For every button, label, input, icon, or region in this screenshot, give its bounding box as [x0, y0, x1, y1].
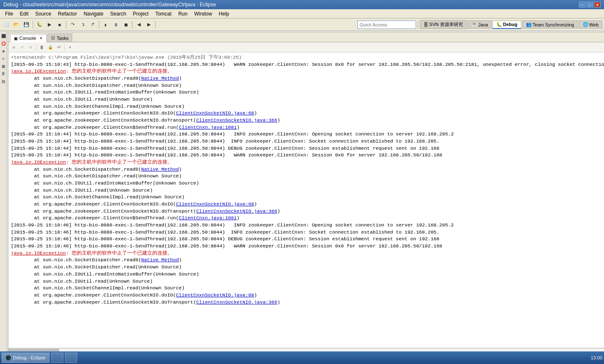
- taskbar-item-3[interactable]: [65, 353, 77, 363]
- toolbar-btn-run[interactable]: ▶: [45, 20, 54, 29]
- menu-navigate[interactable]: Navigate: [80, 10, 107, 18]
- console-new-view-btn[interactable]: +: [66, 44, 74, 51]
- toolbar-btn-forward[interactable]: ▶: [144, 20, 154, 29]
- sidebar-breakpoints-icon[interactable]: ⭕: [0, 40, 7, 47]
- toolbar-sep-1: [33, 21, 33, 29]
- console-line-2: java.io.IOException: 您的主机中的软件中止了一个已建立的连接…: [11, 68, 604, 75]
- perspective-java[interactable]: ☕ Java: [468, 21, 492, 29]
- console-line-12: [2015-09-25 15:10:44] http-bio-8080-exec…: [11, 138, 604, 145]
- link-doio-3[interactable]: ClientCnxnSocketNIO.java:68: [176, 292, 254, 298]
- menu-refactor[interactable]: Refactor: [55, 10, 80, 18]
- maximize-button[interactable]: □: [586, 2, 593, 8]
- link-native-3[interactable]: Native Method: [141, 257, 179, 263]
- console-tabs: ▣ Console ✕ ☑ Tasks: [8, 32, 604, 42]
- sidebar-registers-icon[interactable]: ▦: [0, 63, 7, 70]
- console-tab-close[interactable]: ✕: [39, 36, 43, 40]
- console-content[interactable]: <terminated> C:\Program Files\Java\jre7\…: [8, 52, 604, 348]
- console-word-wrap-btn[interactable]: ⏎: [55, 44, 62, 51]
- sidebar-memory-icon[interactable]: ▧: [0, 78, 7, 85]
- menu-help[interactable]: Help: [216, 10, 233, 18]
- menu-tomcat[interactable]: Tomcat: [152, 10, 175, 18]
- console-tb-sep-1: [36, 44, 36, 50]
- console-remove-all-btn[interactable]: ⊗: [27, 44, 34, 51]
- console-line-9: at org.apache.zookeeper.ClientCnxnSocket…: [11, 117, 604, 124]
- perspective-svn[interactable]: 🗄 SVN 资源库研究: [420, 20, 467, 29]
- console-tab-label: Console: [19, 36, 36, 41]
- exception-link-2[interactable]: java.io.IOException: [11, 159, 66, 165]
- console-remove-btn[interactable]: ✕: [18, 44, 26, 51]
- link-doio-1[interactable]: ClientCnxnSocketNIO.java:68: [176, 110, 254, 116]
- link-dotransport-3[interactable]: ClientCnxnSocketNIO.java:366: [196, 299, 277, 305]
- title-bar: Debug - cloud/web/src/main/java/com/onec…: [0, 0, 604, 9]
- menu-edit[interactable]: Edit: [16, 10, 32, 18]
- exception-msg-3: : 您的主机中的软件中止了一个已建立的连接。: [66, 250, 172, 256]
- menu-source[interactable]: Source: [32, 10, 55, 18]
- taskbar-item-2[interactable]: [51, 353, 63, 363]
- taskbar-eclipse[interactable]: 🌑 Debug - Eclipse: [2, 353, 49, 363]
- close-button[interactable]: ✕: [594, 2, 601, 8]
- perspective-web[interactable]: 🌐 Web: [579, 21, 602, 29]
- link-dotransport-2[interactable]: ClientCnxnSocketNIO.java:366: [196, 208, 277, 214]
- exception-msg-1: : 您的主机中的软件中止了一个已建立的连接。: [66, 68, 172, 74]
- toolbar-btn-suspend[interactable]: ⏸: [111, 20, 120, 29]
- exception-link-1[interactable]: java.io.IOException: [11, 68, 66, 74]
- main-area: ⬛ ⭕ ◈ ≡ ▦ ≣ ▧ ▣ Console ✕ ☑ Tasks: [0, 31, 604, 355]
- quick-access-input[interactable]: [357, 21, 416, 29]
- console-line-24: [2015-09-25 15:10:46] http-bio-8080-exec…: [11, 222, 604, 229]
- menu-search[interactable]: Search: [107, 10, 130, 18]
- exception-msg-2: : 您的主机中的软件中止了一个已建立的连接。: [66, 159, 172, 165]
- console-line-15: java.io.IOException: 您的主机中的软件中止了一个已建立的连接…: [11, 159, 604, 166]
- console-scroll-lock-btn[interactable]: 🔒: [47, 44, 54, 51]
- menu-window[interactable]: Window: [191, 10, 216, 18]
- title-text: Debug - cloud/web/src/main/java/com/onec…: [3, 2, 216, 8]
- link-native-2[interactable]: Native Method: [141, 166, 179, 172]
- toolbar-btn-back[interactable]: ◀: [134, 20, 143, 29]
- console-line-30: at sun.nio.ch.SocketDispatcher.read(Unkn…: [11, 264, 604, 271]
- svn-icon: 🗄: [424, 22, 428, 27]
- perspective-team[interactable]: 👥 Team Synchronizing: [522, 21, 578, 29]
- toolbar-btn-save[interactable]: 💾: [22, 20, 31, 29]
- exception-link-3[interactable]: java.io.IOException: [11, 250, 66, 256]
- java-icon: ☕: [471, 22, 477, 27]
- menu-run[interactable]: Run: [175, 10, 191, 18]
- sidebar-disassembly-icon[interactable]: ≣: [0, 70, 7, 77]
- console-tab-icon: ▣: [14, 36, 18, 41]
- toolbar-sep-6: [418, 21, 418, 29]
- toolbar-btn-debug[interactable]: 🐛: [35, 20, 44, 29]
- toolbar-btn-stop[interactable]: ■: [55, 20, 64, 29]
- toolbar-btn-resume[interactable]: ⏵: [101, 20, 110, 29]
- console-line-23: at org.apache.zookeeper.ClientCnxn$SendT…: [11, 215, 604, 222]
- tab-tasks[interactable]: ☑ Tasks: [47, 34, 72, 42]
- toolbar-btn-terminate[interactable]: ⏹: [121, 20, 130, 29]
- link-native-1[interactable]: Native Method: [141, 75, 179, 81]
- console-clear-btn[interactable]: 🗑: [38, 44, 46, 51]
- toolbar-btn-step-over[interactable]: ↷: [68, 20, 77, 29]
- menu-project[interactable]: Project: [130, 10, 152, 18]
- sidebar-expressions-icon[interactable]: ≡: [0, 55, 7, 62]
- link-doio-2[interactable]: ClientCnxnSocketNIO.java:68: [176, 201, 254, 207]
- toolbar-btn-step-out[interactable]: ↱: [88, 20, 97, 29]
- console-line-8: at org.apache.zookeeper.ClientCnxnSocket…: [11, 110, 604, 117]
- toolbar-btn-step-into[interactable]: ↴: [78, 20, 87, 29]
- link-sendthread-1[interactable]: ClientCnxn.java:1081: [179, 125, 237, 130]
- toolbar-sep-2: [66, 21, 66, 29]
- console-line-28: java.io.IOException: 您的主机中的软件中止了一个已建立的连接…: [11, 250, 604, 257]
- console-tb-sep-2: [64, 44, 65, 50]
- menu-file[interactable]: File: [2, 10, 16, 18]
- toolbar-btn-new[interactable]: ⬜: [2, 20, 11, 29]
- sidebar-debug-icon[interactable]: ⬛: [0, 33, 7, 39]
- minimize-button[interactable]: ─: [579, 2, 586, 8]
- console-line-29: at sun.nio.ch.SocketDispatcher.read0(Nat…: [11, 257, 604, 264]
- tab-console[interactable]: ▣ Console ✕: [10, 34, 47, 42]
- console-line-4: at sun.nio.ch.SocketDispatcher.read(Unkn…: [11, 82, 604, 89]
- sidebar-variables-icon[interactable]: ◈: [0, 48, 7, 55]
- link-sendthread-2[interactable]: ClientCnxn.java:1081: [179, 215, 237, 221]
- toolbar-btn-open[interactable]: 📂: [12, 20, 21, 29]
- console-line-5: at sun.nio.ch.IOUtil.readIntoNativeBuffe…: [11, 89, 604, 96]
- console-line-33: at sun.nio.ch.SocketChannelImpl.read(Unk…: [11, 285, 604, 292]
- perspective-debug[interactable]: 🐛 Debug: [492, 21, 521, 29]
- console-line-21: at org.apache.zookeeper.ClientCnxnSocket…: [11, 201, 604, 208]
- console-terminate-btn[interactable]: ■: [10, 44, 18, 51]
- link-dotransport-1[interactable]: ClientCnxnSocketNIO.java:366: [196, 117, 277, 123]
- tasks-tab-icon: ☑: [51, 36, 55, 40]
